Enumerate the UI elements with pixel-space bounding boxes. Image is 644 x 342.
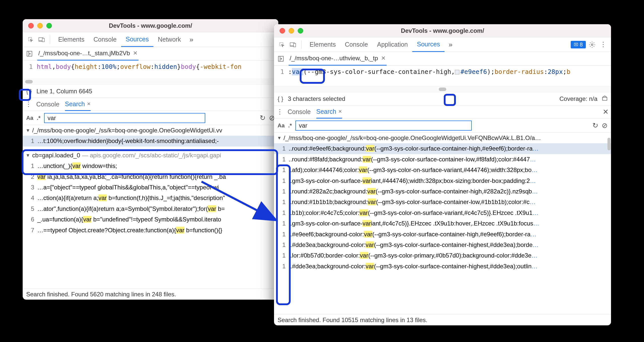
search-result-row[interactable]: 3…a=["object"==typeof globalThis&&global… (23, 182, 278, 193)
more-tabs-chevron-icon[interactable]: » (187, 36, 196, 44)
disclosure-triangle-icon[interactable]: ▼ (26, 152, 30, 159)
inspect-icon[interactable] (26, 35, 35, 44)
close-drawer-tab-icon[interactable]: ✕ (87, 101, 91, 107)
coverage-icon[interactable] (602, 95, 607, 102)
svg-rect-9 (294, 43, 296, 47)
device-toggle-icon[interactable] (288, 40, 298, 49)
braces-icon[interactable]: { } (26, 88, 32, 95)
search-bar: Aa .* ↻ ⊘ (274, 119, 611, 133)
search-result-row[interactable]: 1..#dde3ea;background-color:var(--gm3-sy… (274, 261, 611, 272)
sidebar-toggle-icon[interactable] (25, 49, 34, 58)
line-number: 1 (23, 62, 37, 77)
close-window-button[interactable] (280, 28, 285, 34)
horizontal-scrollbar[interactable] (274, 86, 611, 92)
search-results[interactable]: ▼/_/mss/boq-one-google/_/ss/k=boq-one-go… (23, 125, 278, 289)
tab-application[interactable]: Application (372, 37, 412, 52)
search-result-row[interactable]: 6_.ua=function(a){var b="undefined"!=typ… (23, 214, 278, 225)
minimize-window-button[interactable] (37, 23, 43, 28)
tab-console[interactable]: Console (340, 37, 372, 52)
issues-count: 8 (580, 41, 583, 48)
device-toggle-icon[interactable] (37, 35, 46, 44)
kebab-menu-icon[interactable]: ⋮ (598, 40, 608, 49)
window-title: DevTools - www.google.com/ (23, 22, 278, 29)
tab-elements[interactable]: Elements (305, 37, 340, 52)
svg-rect-10 (574, 43, 578, 46)
vertical-scrollbar[interactable] (607, 133, 611, 314)
search-result-row[interactable]: 5…ator",function(a){if(a)return a;a=Symb… (23, 204, 278, 214)
search-result-row[interactable]: 2var ia,ja,la,sa,ta,xa,ya,Ba;_.ca=functi… (23, 172, 278, 182)
tab-sources[interactable]: Sources (412, 37, 445, 52)
refresh-icon[interactable]: ↻ (592, 121, 598, 130)
search-result-row[interactable]: 7…==typeof Object.create?Object.create:f… (23, 225, 278, 236)
separator (301, 40, 301, 49)
close-icon[interactable]: ✕ (133, 50, 138, 56)
regex-toggle[interactable]: .* (288, 122, 292, 129)
maximize-window-button[interactable] (46, 23, 52, 28)
code-editor[interactable]: 1 html,body{height:100%;overflow:hidden}… (23, 61, 278, 79)
titlebar: DevTools - www.google.com/ (274, 24, 611, 37)
issues-badge[interactable]: 8 (571, 41, 586, 48)
search-result-row[interactable]: 1..b1b);color:#c4c7c5;color:var(--gm3-sy… (274, 208, 611, 218)
close-icon[interactable]: ✕ (381, 55, 386, 62)
search-result-row[interactable]: 1..afd);color:#444746;color:var(--gm3-sy… (274, 165, 611, 175)
maximize-window-button[interactable] (298, 28, 303, 34)
search-result-row[interactable]: 1…t:100%;overflow:hidden}body{-webkit-fo… (23, 136, 278, 146)
drawer-tab-console[interactable]: Console (36, 98, 59, 111)
traffic-lights (23, 23, 52, 28)
search-result-row[interactable]: 1..gm3-sys-color-on-surface-variant,#c4c… (274, 218, 611, 229)
match-case-toggle[interactable]: Aa (26, 115, 33, 121)
search-result-row[interactable]: 1..round:#f8fafd;background:var(--gm3-sy… (274, 154, 611, 165)
result-file-path[interactable]: /_/mss/boq-one-google/_/ss/k=boq-one-goo… (32, 126, 222, 135)
drawer-tab-search[interactable]: Search✕ (65, 98, 91, 111)
disclosure-triangle-icon[interactable]: ▼ (277, 134, 282, 142)
search-result-row[interactable]: 1..gm3-sys-color-on-surface-variant,#444… (274, 176, 611, 186)
file-tabbar: /_/mss/boq-one-…t,_stam,jMb2Vb ✕ (23, 47, 278, 61)
close-window-button[interactable] (28, 23, 34, 28)
separator (50, 35, 50, 44)
search-result-row[interactable]: 1..#e9eef6;background-color:var(--gm3-sy… (274, 229, 611, 240)
tab-console[interactable]: Console (89, 32, 121, 47)
gear-icon[interactable] (587, 40, 597, 49)
main-toolbar: ElementsConsoleSourcesNetwork » (23, 32, 278, 47)
refresh-icon[interactable]: ↻ (260, 114, 265, 122)
search-result-row[interactable]: 1..round:#282a2c;background:var(--gm3-sy… (274, 186, 611, 197)
search-result-row[interactable]: 1..lor:#0b57d0;border-color:var(--gm3-sy… (274, 250, 611, 261)
search-input[interactable] (44, 113, 205, 123)
drawer-tab-search[interactable]: Search✕ (316, 105, 342, 119)
drawer-menu-icon[interactable]: ⋮ (277, 108, 283, 116)
drawer-menu-icon[interactable]: ⋮ (25, 100, 32, 108)
clear-icon[interactable]: ⊘ (602, 121, 607, 130)
inspect-icon[interactable] (277, 40, 287, 49)
drawer-tab-console[interactable]: Console (288, 105, 311, 119)
code-line: :var(--gm3-sys-color-surface-container-h… (288, 67, 570, 85)
tab-network[interactable]: Network (153, 32, 186, 47)
file-tab[interactable]: /_/mss/boq-one-…t,_stam,jMb2Vb ✕ (37, 47, 139, 61)
file-tab-label: /_/mss/boq-one-…uthview,_b,_tp (290, 55, 378, 62)
tab-sources[interactable]: Sources (121, 32, 153, 47)
disclosure-triangle-icon[interactable]: ▼ (26, 127, 30, 134)
search-result-row[interactable]: 1..round:#1b1b1b;background:var(--gm3-sy… (274, 197, 611, 207)
file-tab-label: /_/mss/boq-one-…t,_stam,jMb2Vb (38, 50, 130, 57)
minimize-window-button[interactable] (289, 28, 294, 34)
window-title: DevTools - www.google.com/ (274, 27, 611, 34)
search-result-row[interactable]: 1..round:#e9eef6;background:var(--gm3-sy… (274, 143, 611, 154)
braces-icon[interactable]: { } (278, 95, 283, 102)
file-tab[interactable]: /_/mss/boq-one-…uthview,_b,_tp ✕ (289, 52, 387, 66)
more-tabs-chevron-icon[interactable]: » (446, 41, 455, 49)
match-case-toggle[interactable]: Aa (278, 122, 285, 129)
search-result-row[interactable]: 1..#dde3ea;background-color:var(--gm3-sy… (274, 240, 611, 250)
result-file-name[interactable]: cb=gapi.loaded_0 (32, 151, 80, 160)
result-file-path[interactable]: /_/mss/boq-one-google/_/ss/k=boq-one-goo… (284, 133, 541, 143)
search-input[interactable] (295, 121, 472, 131)
sidebar-toggle-icon[interactable] (277, 54, 285, 63)
close-drawer-tab-icon[interactable]: ✕ (338, 109, 342, 114)
search-result-row[interactable]: 4…ction(a){if(a)return a;var b=function(… (23, 193, 278, 203)
traffic-lights (274, 28, 303, 34)
tab-elements[interactable]: Elements (54, 32, 89, 47)
horizontal-scrollbar[interactable] (23, 79, 278, 85)
search-results[interactable]: ▼/_/mss/boq-one-google/_/ss/k=boq-one-go… (274, 133, 611, 314)
search-result-row[interactable]: 1…unction(_){var window=this; (23, 161, 278, 171)
code-editor[interactable]: 1 :var(--gm3-sys-color-surface-container… (274, 66, 611, 86)
regex-toggle[interactable]: .* (37, 115, 41, 121)
close-drawer-icon[interactable]: ✕ (603, 108, 608, 116)
